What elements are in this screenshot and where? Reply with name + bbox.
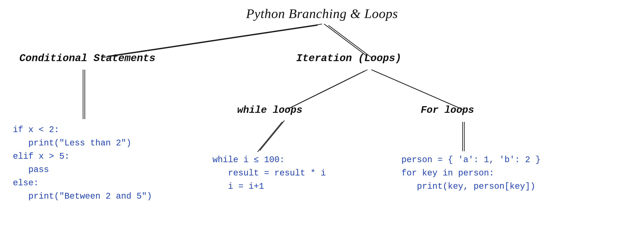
iteration-loops-label: Iteration (Loops) xyxy=(296,52,402,64)
svg-line-1 xyxy=(107,24,322,56)
conditional-statements-label: Conditional Statements xyxy=(19,52,156,64)
svg-line-2 xyxy=(324,24,367,56)
conditional-code: if x < 2: print("Less than 2") elif x > … xyxy=(13,123,152,203)
for-loops-label: For loops xyxy=(421,105,474,116)
svg-line-8 xyxy=(371,70,462,109)
while-code: while i ≤ 100: result = result * i i = i… xyxy=(212,153,326,193)
svg-line-11 xyxy=(260,121,284,151)
while-loops-label: while loops xyxy=(237,105,302,116)
for-code: person = { 'a': 1, 'b': 2 } for key in p… xyxy=(402,153,540,193)
svg-line-10 xyxy=(258,122,282,152)
svg-line-7 xyxy=(290,70,368,108)
page-title: Python Branching & Loops xyxy=(246,6,398,21)
diagram-canvas: Python Branching & Loops Conditional Sta… xyxy=(0,0,644,228)
svg-line-6 xyxy=(288,71,365,109)
svg-line-9 xyxy=(374,71,464,110)
